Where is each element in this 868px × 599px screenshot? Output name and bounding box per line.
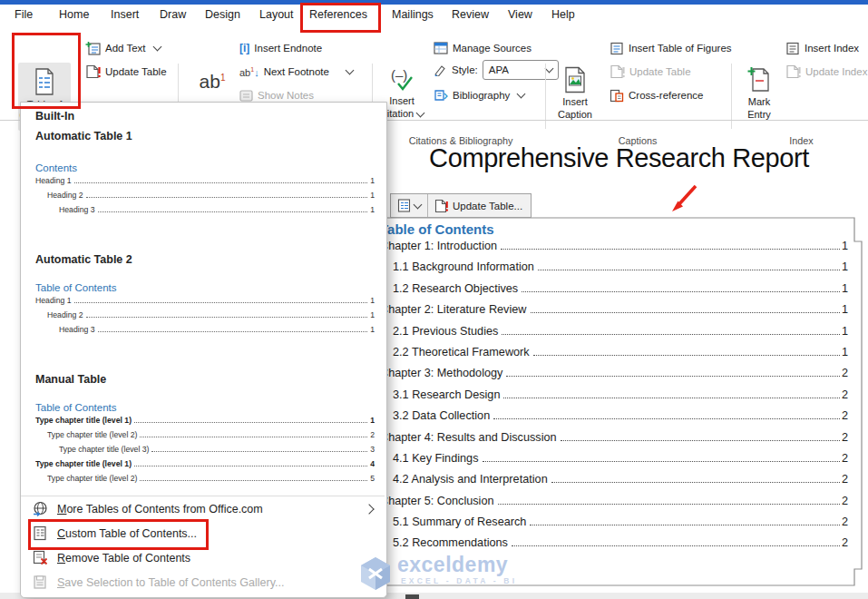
update-table-doc-icon (434, 199, 448, 213)
style-row: Style: APA (434, 61, 559, 79)
footnote-ab-icon: ab1 (200, 64, 226, 95)
svg-text:(–): (–) (391, 67, 407, 83)
gallery-preview-row: Type chapter title (level 3)3 (35, 445, 375, 459)
menu-item-label: Save Selection to Table of Contents Gall… (57, 576, 284, 589)
gallery-item-automatic-table-1[interactable]: ContentsHeading 11Heading 21Heading 31 (35, 161, 375, 224)
table-of-contents-dropdown: Built-In Automatic Table 1ContentsHeadin… (20, 102, 387, 598)
toc-entry: 1.2 Research Objectives1 (380, 282, 848, 303)
dropdown-section-header: Built-In (35, 110, 74, 123)
toc-entry: Chapter 1: Introduction1 (380, 240, 848, 260)
next-footnote-button[interactable]: ab1↓ Next Footnote (239, 63, 353, 81)
insert-caption-button[interactable]: Insert Caption (550, 63, 600, 132)
menu-tab-file[interactable]: File (15, 8, 33, 21)
submenu-arrow-icon (364, 504, 374, 514)
insert-table-of-figures-button[interactable]: Insert Table of Figures (610, 39, 732, 57)
insert-endnote-button[interactable]: [i] Insert Endnote (239, 39, 322, 57)
chevron-down-icon (517, 90, 526, 99)
insert-endnote-icon: [i] (239, 42, 249, 54)
gallery-item-manual-table[interactable]: Table of ContentsType chapter title (lev… (35, 400, 375, 485)
mark-entry-button[interactable]: Mark Entry (737, 63, 781, 132)
remove-toc-icon (32, 550, 48, 565)
manage-sources-button[interactable]: Manage Sources (434, 39, 532, 57)
insert-table-of-figures-icon (610, 42, 624, 55)
ribbon-tab-bar: FileHomeInsertDrawDesignLayoutReferences… (0, 5, 868, 29)
watermark-tagline: EXCEL - DATA - BI (401, 576, 517, 585)
manage-sources-icon (434, 42, 448, 54)
gallery-preview-row: Heading 11 (35, 296, 375, 310)
insert-citation-icon: (–) (389, 65, 414, 93)
menu-tab-home[interactable]: Home (59, 8, 89, 21)
menu-tab-view[interactable]: View (508, 8, 532, 21)
cross-reference-icon (610, 89, 624, 103)
toc-entry: 2.2 Theoretical Framework1 (380, 346, 848, 367)
toc-field-menu-button[interactable] (391, 194, 427, 217)
show-notes-icon (239, 90, 253, 102)
gallery-preview-row: Heading 11 (35, 176, 375, 191)
gallery-preview-row: Type chapter title (level 2)5 (35, 474, 375, 485)
gallery-preview-heading: Contents (35, 162, 375, 173)
watermark-name: exceldemy (397, 555, 517, 574)
menu-tab-help[interactable]: Help (551, 8, 575, 21)
menu-tab-draw[interactable]: Draw (160, 8, 186, 21)
style-pen-icon (434, 64, 447, 76)
toc-entry: 4.1 Key Findings2 (380, 452, 848, 473)
next-footnote-icon: ab1↓ (239, 66, 259, 78)
gallery-preview-row: Heading 31 (35, 205, 375, 220)
update-table-doc-button[interactable]: Update Table... (427, 194, 531, 217)
gallery-preview-row: Heading 21 (35, 310, 375, 325)
bibliography-button[interactable]: Bibliography (434, 86, 524, 104)
bibliography-icon (434, 89, 448, 102)
chevron-down-icon (414, 200, 423, 209)
menu-tab-layout[interactable]: Layout (259, 8, 294, 21)
menu-tab-design[interactable]: Design (205, 8, 240, 21)
word-window: FileHomeInsertDrawDesignLayoutReferences… (0, 0, 868, 599)
annotation-arrow (663, 181, 703, 221)
add-text-button[interactable]: Add Text (85, 39, 161, 57)
gallery-preview-row: Heading 31 (35, 325, 375, 339)
menu-tab-insert[interactable]: Insert (111, 8, 139, 21)
annotation-box-toc-button (12, 33, 81, 109)
annotation-box-references (300, 3, 381, 33)
toc-entry: 4.2 Analysis and Interpretation2 (380, 473, 848, 494)
mark-entry-icon (747, 66, 771, 93)
menu-tab-mailings[interactable]: Mailings (392, 8, 434, 21)
chevron-down-icon (345, 66, 354, 75)
gallery-preview-row: Type chapter title (level 1)4 (35, 459, 375, 474)
gallery-title: Automatic Table 1 (35, 130, 132, 142)
exceldemy-logo-icon (358, 555, 393, 591)
globe-icon (32, 501, 48, 516)
gallery-preview-row: Type chapter title (level 1)1 (35, 416, 375, 430)
chevron-down-icon (152, 43, 161, 52)
update-table-button[interactable]: Update Table (85, 63, 167, 81)
clipped-content-fragment (405, 594, 419, 599)
toc-entry: 1.1 Background Information1 (380, 260, 848, 281)
gallery-title: Automatic Table 2 (35, 253, 132, 266)
cross-reference-button[interactable]: Cross-reference (610, 86, 703, 104)
toc-entry: Chapter 5: Conclusion2 (380, 495, 848, 516)
update-index-button: Update Index (785, 63, 867, 81)
toc-field-toolbar: Update Table... (390, 193, 532, 218)
chevron-down-icon (416, 109, 425, 118)
exceldemy-watermark: exceldemy EXCEL - DATA - BI (358, 555, 517, 591)
gallery-item-automatic-table-2[interactable]: Table of ContentsHeading 11Heading 21Hea… (35, 280, 375, 344)
gallery-preview-row: Type chapter title (level 2)2 (35, 430, 375, 445)
add-text-icon (85, 41, 101, 55)
menu-tab-review[interactable]: Review (452, 8, 489, 21)
insert-index-icon (785, 42, 800, 55)
document-title: Comprehensive Research Report (381, 143, 857, 173)
insert-index-button[interactable]: Insert Index (785, 39, 859, 57)
gallery-preview-heading: Table of Contents (35, 402, 375, 413)
toc-entry: Chapter 4: Results and Discussion2 (380, 431, 848, 452)
citation-style-select[interactable]: APA (483, 60, 559, 80)
insert-caption-icon (563, 66, 587, 93)
menu-item-save-selection-to-table-of-contents-gallery: Save Selection to Table of Contents Gall… (21, 570, 385, 594)
update-table-gray-icon (610, 64, 625, 79)
gallery-title: Manual Table (35, 373, 106, 386)
toc-heading: Table of Contents (380, 221, 494, 237)
update-index-gray-icon (785, 64, 801, 79)
annotation-box-custom-toc (28, 519, 209, 550)
toc-mini-icon (397, 199, 411, 212)
update-table-captions-button: Update Table (610, 63, 691, 81)
menu-item-more-tables-of-contents-from-office-com[interactable]: More Tables of Contents from Office.com (21, 496, 385, 521)
toc-entry: 3.2 Data Collection2 (380, 409, 848, 430)
